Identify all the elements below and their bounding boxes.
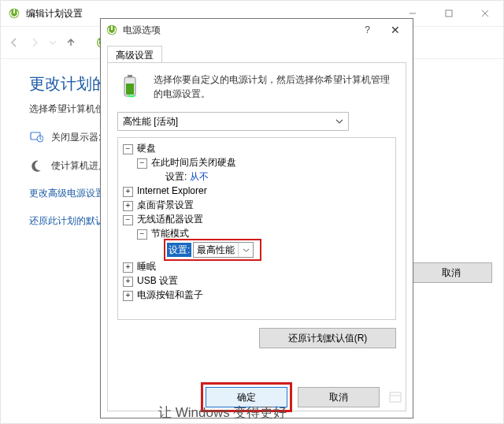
setting-value[interactable]: 从不 <box>190 171 209 182</box>
nav-back-icon[interactable] <box>7 35 21 50</box>
nav-forward-icon[interactable] <box>28 35 42 50</box>
power-plan-icon <box>7 6 21 20</box>
tree-node-sleep[interactable]: +睡眠 <box>123 259 391 273</box>
footer-hint: 让 Windows 变得更好 <box>158 404 287 422</box>
tree-node-disk-off-after[interactable]: −在此时间后关闭硬盘 设置: 从不 <box>123 155 391 184</box>
collapse-icon[interactable]: − <box>123 144 133 154</box>
tree-node-label: 电源按钮和盖子 <box>137 289 203 300</box>
tree-node-label: 无线适配器设置 <box>137 214 203 225</box>
chevron-down-icon <box>335 117 343 125</box>
svg-rect-12 <box>390 392 401 402</box>
svg-rect-1 <box>13 9 15 13</box>
power-plan-selected: 高性能 [活动] <box>123 115 178 128</box>
tab-advanced[interactable]: 高级设置 <box>107 46 162 64</box>
tree-node-wireless[interactable]: −无线适配器设置 −节能模式 设置: 最高性能 <box>123 212 391 259</box>
help-button[interactable]: ? <box>357 24 378 35</box>
nav-up-icon[interactable] <box>64 35 78 50</box>
apply-icon[interactable] <box>387 389 403 405</box>
tree-node-label: 在此时间后关闭硬盘 <box>151 157 236 168</box>
collapse-icon[interactable]: − <box>123 215 133 225</box>
wireless-mode-combo[interactable]: 最高性能 <box>193 242 254 258</box>
tree-node-label: 桌面背景设置 <box>137 199 194 210</box>
collapse-icon[interactable]: − <box>137 229 147 240</box>
expand-icon[interactable]: + <box>123 277 133 287</box>
tab-strip: 高级设置 <box>107 46 406 63</box>
combo-value: 最高性能 <box>194 243 238 257</box>
maximize-button[interactable] <box>431 1 467 26</box>
expand-icon[interactable]: + <box>123 201 133 211</box>
window-title: 编辑计划设置 <box>26 7 83 20</box>
battery-icon <box>117 73 146 101</box>
page-actions: 取消 <box>410 262 492 283</box>
collapse-icon[interactable]: − <box>137 158 147 169</box>
svg-rect-2 <box>446 10 452 17</box>
close-button[interactable] <box>467 1 503 26</box>
tree-node-power-button[interactable]: +电源按钮和盖子 <box>123 288 391 302</box>
description-text: 选择你要自定义的电源计划，然后选择你希望计算机管理的电源设置。 <box>154 73 396 101</box>
nav-recent-icon[interactable] <box>48 38 57 47</box>
tree-node-power-saving-mode[interactable]: −节能模式 设置: 最高性能 <box>123 226 391 259</box>
description-row: 选择你要自定义的电源计划，然后选择你希望计算机管理的电源设置。 <box>117 73 396 101</box>
cancel-button[interactable]: 取消 <box>410 262 492 283</box>
dialog-title: 电源选项 <box>123 24 352 37</box>
tree-node-desktop-bg[interactable]: +桌面背景设置 <box>123 198 391 212</box>
tree-node-label: Internet Explorer <box>137 185 207 196</box>
expand-icon[interactable]: + <box>123 187 133 197</box>
tab-panel: 选择你要自定义的电源计划，然后选择你希望计算机管理的电源设置。 高性能 [活动]… <box>107 62 406 411</box>
settings-tree[interactable]: −硬盘 −在此时间后关闭硬盘 设置: 从不 +Internet Explorer… <box>117 137 396 320</box>
tree-node-usb[interactable]: +USB 设置 <box>123 273 391 288</box>
expand-icon[interactable]: + <box>123 262 133 273</box>
setting-key: 设置: <box>165 171 187 182</box>
tree-node-label: 节能模式 <box>151 228 189 239</box>
tree-node-label: 睡眠 <box>137 261 156 272</box>
restore-defaults-button[interactable]: 还原计划默认值(R) <box>259 328 396 348</box>
dialog-cancel-button[interactable]: 取消 <box>298 387 380 407</box>
power-icon <box>106 24 118 36</box>
tree-node-label: 硬盘 <box>137 143 156 154</box>
dialog-body: 高级设置 选择你要自定义的电源计划，然后选择你希望计算机管理的电源设置。 高性能… <box>107 46 406 411</box>
monitor-icon <box>29 130 43 144</box>
tree-leaf-disk-setting[interactable]: 设置: 从不 <box>137 169 391 184</box>
dialog-close-button[interactable]: ✕ <box>383 24 408 36</box>
tree-leaf-wireless-setting: 设置: 最高性能 <box>137 240 391 259</box>
svg-rect-10 <box>128 75 132 77</box>
row-display-off-label: 关闭显示器: <box>51 131 101 144</box>
tree-node-disk[interactable]: −硬盘 −在此时间后关闭硬盘 设置: 从不 <box>123 141 391 184</box>
svg-rect-11 <box>126 84 134 95</box>
setting-key: 设置: <box>167 243 191 257</box>
chevron-down-icon <box>238 243 253 257</box>
tree-node-ie[interactable]: +Internet Explorer <box>123 184 391 198</box>
tree-node-label: USB 设置 <box>137 275 178 286</box>
dialog-titlebar: 电源选项 ? ✕ <box>101 19 413 41</box>
svg-rect-8 <box>111 26 113 30</box>
power-plan-select[interactable]: 高性能 [活动] <box>117 112 349 131</box>
power-options-dialog: 电源选项 ? ✕ 高级设置 选择你要自定义的电源计划，然后选择你希望计算机管理的… <box>100 18 413 418</box>
restore-defaults-row: 还原计划默认值(R) <box>117 328 396 348</box>
expand-icon[interactable]: + <box>123 291 133 301</box>
moon-icon <box>29 158 43 173</box>
tab-advanced-label: 高级设置 <box>116 49 154 62</box>
